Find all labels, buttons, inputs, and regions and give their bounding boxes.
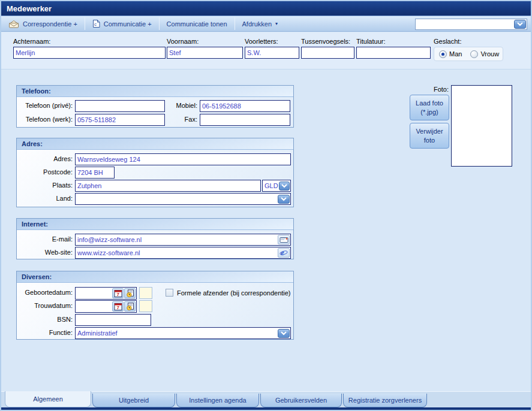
provincie-value: GLD	[263, 182, 278, 189]
adres-input[interactable]	[75, 153, 291, 165]
chevron-down-icon[interactable]	[278, 195, 290, 204]
formele-afzender-checkbox[interactable]	[166, 289, 173, 297]
telefoon-werk-input[interactable]	[75, 114, 165, 126]
email-field	[75, 234, 291, 246]
telefoon-section-header: Telefoon:	[17, 86, 293, 97]
geboortedatum-flag-box	[139, 287, 152, 299]
plaats-input[interactable]	[75, 180, 261, 192]
tab-gebruikersvelden-label: Gebruikersvelden	[275, 397, 327, 404]
calendar-icon[interactable]: 7	[112, 288, 124, 298]
title-bar: Medewerker	[1, 1, 531, 16]
envelope-icon	[8, 20, 19, 28]
provincie-combobox[interactable]: GLD	[262, 180, 291, 192]
svg-text:7: 7	[116, 292, 119, 297]
voornaam-label: Voornaam:	[167, 38, 199, 45]
trouwdatum-label: Trouwdatum:	[17, 302, 73, 309]
laad-foto-label: Laad foto (*.jpg)	[411, 99, 447, 117]
tab-registratie-zorgverleners[interactable]: Registratie zorgverleners	[343, 394, 427, 407]
functie-combobox[interactable]: Administratief	[75, 327, 291, 339]
diversen-section-header: Diversen:	[17, 271, 293, 283]
fax-label: Fax:	[167, 116, 197, 123]
communicatie-button[interactable]: c Communicatie +	[85, 16, 159, 31]
internet-section: Internet: E-mail: Web-site:	[16, 218, 294, 259]
correspondentie-button[interactable]: Correspondentie +	[1, 16, 85, 31]
toolbar: Correspondentie + c Communicatie + Commu…	[1, 16, 531, 32]
titulatuur-input[interactable]	[356, 47, 431, 59]
dropdown-caret-icon: ▾	[275, 21, 278, 26]
geslacht-label: Geslacht:	[434, 38, 461, 45]
afdrukken-button[interactable]: Afdrukken ▾	[235, 16, 285, 31]
telefoon-prive-input[interactable]	[75, 100, 165, 112]
tussenvoegsels-input[interactable]	[301, 47, 354, 59]
telefoon-werk-label: Telefoon (werk):	[17, 116, 73, 123]
mobiel-label: Mobiel:	[167, 102, 197, 109]
email-input[interactable]	[76, 236, 278, 243]
communicatie-tonen-button[interactable]: Communicatie tonen	[160, 16, 235, 31]
diversen-section: Diversen: Geboortedatum: 7	[16, 271, 294, 340]
tab-algemeen[interactable]: Algemeen	[5, 391, 91, 407]
document-icon: c	[92, 19, 100, 28]
trouwdatum-flag-box	[139, 300, 152, 312]
verwijder-foto-button[interactable]: Verwijder foto	[410, 123, 449, 149]
send-email-icon[interactable]	[278, 235, 290, 244]
website-label: Web-site:	[17, 249, 73, 256]
tussenvoegsels-label: Tussenvoegsels:	[301, 38, 350, 45]
telefoon-prive-label: Telefoon (privé):	[17, 102, 73, 109]
tab-registratie-zorgverleners-label: Registratie zorgverleners	[348, 397, 422, 404]
postcode-label: Postcode:	[17, 168, 73, 176]
laad-foto-button[interactable]: Laad foto (*.jpg)	[410, 95, 449, 120]
voornaam-input[interactable]	[167, 47, 243, 59]
window-title: Medewerker	[7, 4, 52, 13]
geboortedatum-label: Geboortedatum:	[17, 289, 73, 296]
postcode-input[interactable]	[75, 167, 115, 179]
verwijder-foto-label: Verwijder foto	[411, 127, 447, 145]
date-clock-icon[interactable]	[124, 288, 136, 298]
man-label: Man	[449, 50, 462, 58]
mobiel-input[interactable]	[200, 100, 290, 112]
titulatuur-label: Titulatuur:	[356, 38, 386, 45]
search-combobox[interactable]	[415, 19, 527, 30]
person-header-panel: Achternaam: Voornaam: Voorletters: Tusse…	[1, 32, 531, 69]
voorletters-input[interactable]	[245, 47, 299, 59]
tab-uitgebreid-label: Uitgebreid	[119, 397, 149, 404]
fax-input[interactable]	[200, 114, 290, 126]
vrouw-label: Vrouw	[480, 50, 499, 58]
geslacht-man-option[interactable]: Man	[439, 50, 462, 58]
radio-unselected-icon[interactable]	[470, 50, 478, 58]
chevron-down-icon[interactable]	[278, 329, 290, 338]
tab-uitgebreid[interactable]: Uitgebreid	[92, 394, 175, 407]
geboortedatum-input[interactable]	[76, 290, 112, 297]
tab-gebruikersvelden[interactable]: Gebruikersvelden	[260, 394, 342, 407]
tab-instellingen-agenda[interactable]: Instellingen agenda	[176, 394, 259, 407]
geboortedatum-field: 7	[75, 287, 137, 300]
communicatie-tonen-label: Communicatie tonen	[167, 20, 227, 28]
correspondentie-label: Correspondentie +	[23, 20, 77, 28]
browser-globe-icon[interactable]: e	[278, 248, 290, 258]
adres-section: Adres: Adres: Postcode: Plaats: GLD Land…	[16, 138, 294, 207]
land-combobox[interactable]	[75, 193, 291, 205]
bsn-label: BSN:	[17, 316, 73, 323]
formele-afzender-label: Formele afzender (bij correspondentie)	[177, 289, 291, 297]
date-clock-icon[interactable]	[124, 301, 136, 312]
chevron-down-icon[interactable]	[279, 182, 290, 191]
radio-selected-icon[interactable]	[439, 50, 447, 58]
geslacht-vrouw-option[interactable]: Vrouw	[470, 50, 499, 58]
telefoon-section: Telefoon: Telefoon (privé): Mobiel: Tele…	[16, 85, 294, 128]
foto-label: Foto:	[420, 86, 449, 93]
afdrukken-label: Afdrukken	[242, 20, 272, 28]
chevron-down-icon[interactable]	[514, 20, 526, 29]
plaats-label: Plaats:	[17, 182, 73, 189]
trouwdatum-input[interactable]	[76, 303, 112, 310]
website-input[interactable]	[76, 249, 278, 256]
calendar-icon[interactable]: 7	[112, 301, 124, 312]
communicatie-label: Communicatie +	[104, 20, 152, 28]
search-combo-input[interactable]	[416, 20, 513, 29]
functie-value: Administratief	[76, 330, 277, 337]
bsn-input[interactable]	[75, 314, 151, 326]
foto-placeholder	[451, 85, 512, 167]
window-bottom-bar	[1, 407, 531, 410]
svg-text:c: c	[94, 22, 97, 27]
medewerker-window: Medewerker Correspondentie + c	[0, 0, 532, 411]
achternaam-input[interactable]	[13, 47, 166, 59]
voorletters-label: Voorletters:	[245, 38, 278, 45]
